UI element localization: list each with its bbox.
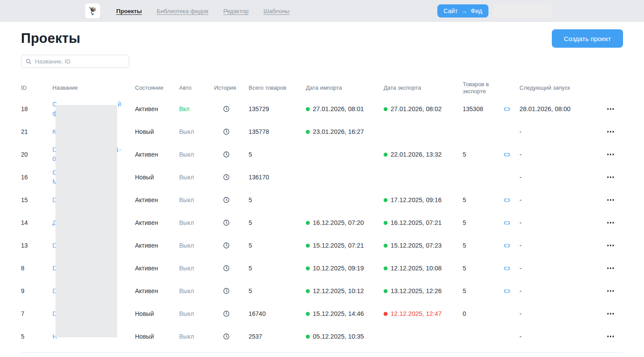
auto-toggle[interactable]: Выкл [179,287,214,294]
auto-toggle[interactable]: Выкл [179,333,214,340]
create-project-button[interactable]: Создать проект [552,29,623,48]
history-button[interactable] [214,196,249,203]
row-menu-button[interactable] [606,265,615,272]
total-products: 5 [249,287,306,294]
auto-toggle[interactable]: Выкл [179,310,214,317]
project-state: Новый [135,174,179,181]
page-title: Проекты [21,31,80,46]
project-id: 14 [21,219,52,226]
export-date-text: 27.01.2026, 08:02 [391,105,442,112]
main-nav: Проекты Библиотека фидов Редактор Шаблон… [116,8,290,14]
import-date: 12.12.2025, 10:12 [306,287,384,294]
history-button[interactable] [214,151,249,158]
history-button[interactable] [214,310,249,317]
search-input[interactable] [35,58,125,65]
col-header-history: История [214,84,249,91]
nav-item-templates[interactable]: Шаблоны [263,8,290,14]
export-date: 27.01.2026, 08:02 [384,105,463,112]
account-area-placeholder[interactable] [493,4,551,18]
history-button[interactable] [214,174,249,181]
export-status-dot [384,244,388,248]
project-state: Активен [135,196,179,203]
row-menu-button[interactable] [606,219,615,226]
col-header-export-count: Товаров в экспорте [463,81,503,95]
history-button[interactable] [214,265,249,272]
auto-toggle[interactable]: Выкл [179,265,214,272]
row-menu-button[interactable] [606,242,615,249]
next-run: - [519,151,598,158]
export-count-cell: 5 [463,196,519,204]
row-menu-button[interactable] [606,333,615,340]
auto-toggle[interactable]: Вкл [179,105,214,112]
chain-link-icon[interactable] [503,151,511,158]
row-menu-button[interactable] [606,287,615,294]
next-run: - [519,265,598,272]
project-id: 21 [21,128,52,135]
chain-link-icon[interactable] [503,287,511,295]
import-date-text: 15.12.2025, 07:21 [313,242,364,249]
arrow-right-icon: → [461,7,467,14]
row-menu-button[interactable] [606,105,615,112]
auto-toggle[interactable]: Выкл [179,219,214,226]
chain-link-icon[interactable] [503,105,511,113]
auto-toggle[interactable]: Выкл [179,151,214,158]
site-to-feed-button[interactable]: Сайт → Фид [437,4,488,18]
auto-toggle[interactable]: Выкл [179,128,214,135]
nav-item-editor[interactable]: Редактор [223,8,249,14]
clock-icon [223,219,230,226]
clock-icon [223,310,230,317]
import-date: 15.12.2025, 14:46 [306,310,384,317]
row-menu-button[interactable] [606,196,615,203]
chain-link-icon[interactable] [503,196,511,204]
history-button[interactable] [214,242,249,249]
row-menu-button[interactable] [606,128,615,135]
clock-icon [223,174,230,181]
export-date-text: 15.12.2025, 07:23 [391,242,442,249]
export-status-dot [384,107,388,111]
row-menu-button[interactable] [606,151,615,158]
project-id: 18 [21,105,52,112]
project-id: 20 [21,151,52,158]
project-id: 8 [21,265,52,272]
project-state: Активен [135,105,179,112]
history-button[interactable] [214,219,249,226]
total-products: 135729 [249,105,306,112]
name-redaction-overlay [55,105,117,337]
import-date-text: 15.12.2025, 14:46 [313,310,364,317]
import-date-text: 16.12.2025, 07:20 [313,219,364,226]
row-menu-button[interactable] [606,310,615,317]
total-products: 5 [249,196,306,203]
chain-link-icon[interactable] [503,242,511,249]
total-products: 5 [249,219,306,226]
chain-link-icon[interactable] [503,265,511,272]
clock-icon [223,265,230,272]
project-state: Новый [135,128,179,135]
history-button[interactable] [214,287,249,294]
app-logo[interactable] [85,4,100,18]
auto-toggle[interactable]: Выкл [179,196,214,203]
history-button[interactable] [214,333,249,340]
history-button[interactable] [214,128,249,135]
export-date: 12.12.2025, 12:47 [384,310,463,317]
total-products: 16740 [249,310,306,317]
auto-toggle[interactable]: Выкл [179,242,214,249]
total-products: 135778 [249,128,306,135]
export-count-cell: 5 [463,265,519,272]
clock-icon [223,287,230,294]
history-button[interactable] [214,105,249,112]
export-count-cell: 0 [463,310,519,318]
next-run: - [519,219,598,226]
auto-toggle[interactable]: Выкл [179,174,214,181]
export-date-text: 16.12.2025, 07:21 [391,219,442,226]
chain-link-icon[interactable] [503,219,511,227]
row-menu-button[interactable] [606,174,615,181]
clock-icon [223,242,230,249]
nav-item-projects[interactable]: Проекты [116,8,142,14]
import-status-dot [306,312,310,316]
export-count-cell: 5 [463,287,519,295]
export-status-dot [384,198,388,202]
import-date-text: 27.01.2026, 08:01 [313,105,364,112]
nav-item-feed-library[interactable]: Библиотека фидов [157,8,208,14]
next-run: - [519,196,598,203]
project-id: 7 [21,310,52,317]
